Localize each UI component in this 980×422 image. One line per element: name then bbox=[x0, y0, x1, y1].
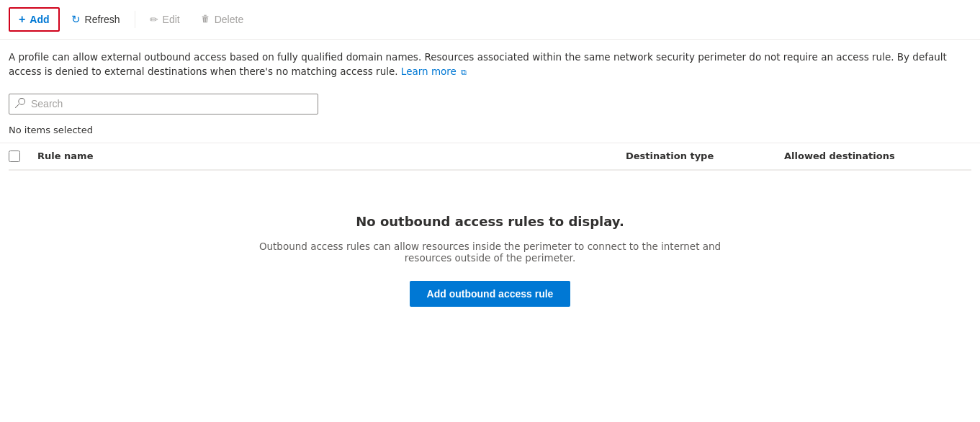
table-header: Rule name Destination type Allowed desti… bbox=[9, 143, 971, 171]
description-text: A profile can allow external outbound ac… bbox=[9, 51, 947, 77]
toolbar: + Add ↻ Refresh ✏ Edit Delete bbox=[0, 0, 980, 40]
delete-icon bbox=[200, 14, 210, 26]
edit-icon: ✏ bbox=[150, 14, 158, 25]
learn-more-label: Learn more bbox=[401, 66, 457, 77]
learn-more-link[interactable]: Learn more ⧉ bbox=[401, 66, 467, 77]
destination-type-header: Destination type bbox=[626, 151, 784, 161]
refresh-button-label: Refresh bbox=[85, 14, 120, 25]
rule-name-header: Rule name bbox=[37, 151, 626, 161]
select-all-checkbox-cell bbox=[9, 151, 37, 162]
empty-state: No outbound access rules to display. Out… bbox=[9, 171, 971, 336]
delete-button-label: Delete bbox=[215, 14, 243, 25]
empty-state-description: Outbound access rules can allow resource… bbox=[238, 241, 742, 264]
refresh-button[interactable]: ↻ Refresh bbox=[63, 9, 129, 30]
table-container: Rule name Destination type Allowed desti… bbox=[0, 143, 980, 336]
edit-button-label: Edit bbox=[163, 14, 180, 25]
select-all-checkbox[interactable] bbox=[9, 151, 20, 162]
search-input[interactable] bbox=[31, 98, 312, 109]
empty-state-title: No outbound access rules to display. bbox=[356, 214, 624, 229]
allowed-destinations-header: Allowed destinations bbox=[784, 151, 971, 161]
search-icon bbox=[15, 98, 25, 110]
external-link-icon: ⧉ bbox=[461, 68, 467, 77]
delete-button[interactable]: Delete bbox=[192, 9, 252, 30]
add-outbound-rule-label: Add outbound access rule bbox=[427, 288, 554, 300]
description-area: A profile can allow external outbound ac… bbox=[0, 40, 965, 86]
add-button[interactable]: + Add bbox=[9, 7, 60, 32]
edit-button[interactable]: ✏ Edit bbox=[141, 9, 189, 30]
add-button-label: Add bbox=[30, 14, 49, 25]
add-icon: + bbox=[19, 13, 25, 26]
refresh-icon: ↻ bbox=[71, 13, 81, 26]
search-box bbox=[9, 94, 318, 115]
toolbar-divider bbox=[135, 11, 135, 28]
selection-status-text: No items selected bbox=[9, 125, 93, 135]
selection-status: No items selected bbox=[0, 122, 980, 143]
search-area bbox=[0, 86, 980, 122]
add-outbound-rule-button[interactable]: Add outbound access rule bbox=[410, 281, 571, 307]
